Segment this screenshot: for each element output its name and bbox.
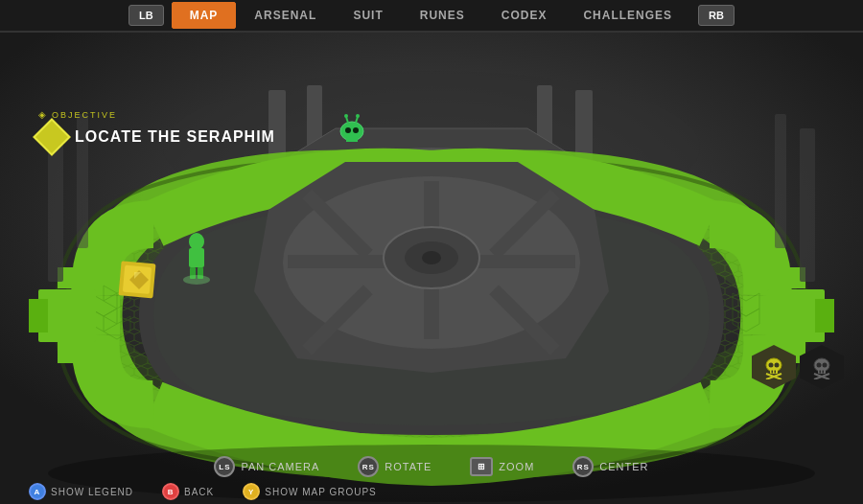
y-btn: Y [243,483,260,500]
pan-camera-control: LS PAN CAMERA [214,456,319,477]
svg-rect-73 [770,370,778,374]
rs-rotate-btn: RS [358,456,379,477]
svg-point-78 [814,358,829,372]
map-area: OBJECTIVE LOCATE THE SERAPHIM [0,33,863,504]
svg-point-58 [345,127,351,133]
legend-icon-1[interactable] [752,345,796,389]
svg-point-52 [183,275,210,285]
zoom-control: ⊞ ZOOM [470,456,534,477]
objective-text: LOCATE THE SERAPHIM [38,124,275,150]
svg-rect-81 [818,370,826,374]
zoom-label: ZOOM [499,461,534,472]
svg-rect-74 [772,371,774,374]
tab-suit[interactable]: SUIT [335,2,401,29]
nav-bar: LB MAP ARSENAL SUIT RUNES CODEX CHALLENG… [0,0,863,33]
pan-camera-label: PAN CAMERA [241,461,319,472]
tab-challenges[interactable]: CHALLENGES [565,2,690,29]
right-shoulder-btn[interactable]: RB [698,5,735,26]
legend-icon-row [752,345,844,389]
show-legend-control: A SHOW LEGEND [29,483,133,500]
svg-rect-41 [29,299,48,332]
map-svg [0,33,863,504]
svg-rect-83 [823,371,825,374]
bottom-controls: LS PAN CAMERA RS ROTATE ⊞ ZOOM RS CENTER [0,456,863,477]
tab-map[interactable]: MAP [172,2,237,29]
b-btn: B [162,483,179,500]
svg-point-80 [823,363,828,368]
center-label: CENTER [599,461,648,472]
svg-rect-82 [820,371,822,374]
back-control: B BACK [162,483,214,500]
back-label: BACK [184,487,214,497]
svg-rect-45 [58,342,84,363]
ls-pan-btn: LS [214,456,235,477]
legend-icons-panel [752,345,844,389]
left-shoulder-btn[interactable]: LB [128,5,164,26]
rotate-label: ROTATE [385,461,432,472]
svg-point-49 [189,233,204,250]
tab-codex[interactable]: CODEX [483,2,566,29]
svg-rect-60 [346,138,358,142]
show-map-groups-label: SHOW MAP GROUPS [265,487,377,497]
zoom-btn: ⊞ [470,457,493,476]
tab-arsenal[interactable]: ARSENAL [236,2,335,29]
show-legend-label: SHOW LEGEND [51,487,133,497]
svg-point-33 [422,251,441,264]
svg-point-59 [353,127,359,133]
svg-rect-75 [775,371,777,374]
a-btn: A [29,483,46,500]
svg-point-79 [817,363,822,368]
svg-rect-48 [189,248,204,267]
legend-icon-2[interactable] [800,345,844,389]
rs-center-btn: RS [572,456,594,477]
objective-label: OBJECTIVE [38,109,275,120]
center-control: RS CENTER [572,456,648,477]
objective-title: LOCATE THE SERAPHIM [75,128,275,146]
svg-point-64 [356,114,360,118]
bottom-legend: A SHOW LEGEND B BACK Y SHOW MAP GROUPS [0,483,863,500]
svg-point-71 [769,363,774,368]
svg-rect-43 [815,299,834,332]
show-map-groups-control: Y SHOW MAP GROUPS [243,483,377,500]
svg-point-72 [775,363,780,368]
rotate-control: RS ROTATE [358,456,432,477]
tab-runes[interactable]: RUNES [402,2,483,29]
svg-rect-69 [775,114,786,248]
objective-box: OBJECTIVE LOCATE THE SERAPHIM [38,109,275,150]
svg-point-63 [344,114,348,118]
svg-point-70 [766,358,781,372]
svg-rect-67 [800,128,815,282]
objective-diamond-icon [33,118,71,156]
